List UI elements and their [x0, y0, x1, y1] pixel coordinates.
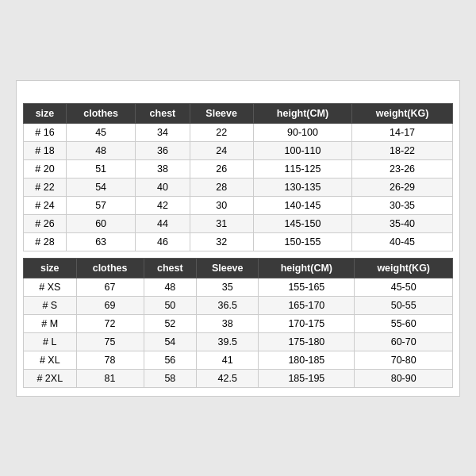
- table-cell: 63: [66, 232, 135, 251]
- column-header: size: [24, 103, 67, 123]
- table-row: # M725238170-17555-60: [24, 314, 453, 332]
- table-cell: 31: [190, 214, 253, 232]
- table-cell: 75: [76, 332, 144, 351]
- table-cell: 140-145: [253, 196, 351, 214]
- table-cell: 40: [136, 178, 190, 196]
- table-cell: 38: [197, 314, 259, 332]
- table-cell: 45-50: [355, 278, 453, 296]
- table-cell: # 20: [24, 159, 67, 178]
- table-cell: 40-45: [352, 232, 453, 251]
- table-cell: 36: [136, 141, 190, 159]
- table-cell: 28: [190, 178, 253, 196]
- column-header: clothes: [76, 258, 144, 278]
- table-cell: 58: [144, 369, 196, 387]
- table-cell: 90-100: [253, 123, 351, 141]
- table-cell: 42: [136, 196, 190, 214]
- table-cell: 60-70: [355, 332, 453, 351]
- size-chart-container: sizeclotheschestSleeveheight(CM)weight(K…: [16, 80, 460, 397]
- table-row: # L755439.5175-18060-70: [24, 332, 453, 351]
- column-header: chest: [136, 103, 190, 123]
- table-cell: 52: [144, 314, 196, 332]
- table-cell: # 22: [24, 178, 67, 196]
- table-cell: 50: [144, 296, 196, 314]
- table-row: # 20513826115-12523-26: [24, 159, 453, 178]
- table-cell: # 16: [24, 123, 67, 141]
- table-cell: 35-40: [352, 214, 453, 232]
- table-cell: 150-155: [253, 232, 351, 251]
- table-cell: 39.5: [197, 332, 259, 351]
- table-cell: 48: [66, 141, 135, 159]
- table-cell: # 2XL: [24, 369, 77, 387]
- table-cell: 180-185: [259, 351, 355, 369]
- table-cell: 51: [66, 159, 135, 178]
- table-cell: 165-170: [259, 296, 355, 314]
- table-cell: 100-110: [253, 141, 351, 159]
- table-cell: 155-165: [259, 278, 355, 296]
- table-cell: 175-180: [259, 332, 355, 351]
- table-cell: 145-150: [253, 214, 351, 232]
- column-header: height(CM): [259, 258, 355, 278]
- table-row: # 26604431145-15035-40: [24, 214, 453, 232]
- table-row: # S695036.5165-17050-55: [24, 296, 453, 314]
- table-cell: 26-29: [352, 178, 453, 196]
- table-cell: # 24: [24, 196, 67, 214]
- table-cell: 78: [76, 351, 144, 369]
- table-row: # 1645342290-10014-17: [24, 123, 453, 141]
- column-header: height(CM): [253, 103, 351, 123]
- table-cell: 57: [66, 196, 135, 214]
- table-cell: 23-26: [352, 159, 453, 178]
- table-cell: 170-175: [259, 314, 355, 332]
- table-cell: 48: [144, 278, 196, 296]
- table-cell: 56: [144, 351, 196, 369]
- column-header: weight(KG): [352, 103, 453, 123]
- column-header: Sleeve: [190, 103, 253, 123]
- table-cell: 32: [190, 232, 253, 251]
- table-row: # 2XL815842.5185-19580-90: [24, 369, 453, 387]
- table-cell: 46: [136, 232, 190, 251]
- table-cell: 45: [66, 123, 135, 141]
- table-cell: # 28: [24, 232, 67, 251]
- table-cell: 34: [136, 123, 190, 141]
- table-cell: 69: [76, 296, 144, 314]
- column-header: weight(KG): [355, 258, 453, 278]
- table-cell: # XS: [24, 278, 77, 296]
- column-header: clothes: [66, 103, 135, 123]
- table-row: # 24574230140-14530-35: [24, 196, 453, 214]
- table-cell: 41: [197, 351, 259, 369]
- column-header: size: [24, 258, 77, 278]
- table-cell: 42.5: [197, 369, 259, 387]
- table-cell: 38: [136, 159, 190, 178]
- table-cell: 60: [66, 214, 135, 232]
- table-row: # XL785641180-18570-80: [24, 351, 453, 369]
- table-cell: # L: [24, 332, 77, 351]
- table-cell: 44: [136, 214, 190, 232]
- table-cell: 50-55: [355, 296, 453, 314]
- table-cell: 72: [76, 314, 144, 332]
- table-cell: # XL: [24, 351, 77, 369]
- column-header: Sleeve: [197, 258, 259, 278]
- table-cell: 14-17: [352, 123, 453, 141]
- table-cell: 55-60: [355, 314, 453, 332]
- table-cell: 130-135: [253, 178, 351, 196]
- table-cell: 22: [190, 123, 253, 141]
- table-row: # 22544028130-13526-29: [24, 178, 453, 196]
- table-cell: 67: [76, 278, 144, 296]
- table-cell: 36.5: [197, 296, 259, 314]
- table-cell: # 26: [24, 214, 67, 232]
- table-cell: 70-80: [355, 351, 453, 369]
- size-table-1: sizeclotheschestSleeveheight(CM)weight(K…: [23, 103, 453, 251]
- table-row: # 18483624100-11018-22: [24, 141, 453, 159]
- table-row: # 28634632150-15540-45: [24, 232, 453, 251]
- size-table-2: sizeclotheschestSleeveheight(CM)weight(K…: [23, 258, 453, 388]
- table-cell: 35: [197, 278, 259, 296]
- table-cell: 80-90: [355, 369, 453, 387]
- table-cell: 18-22: [352, 141, 453, 159]
- table-cell: 81: [76, 369, 144, 387]
- table-cell: 185-195: [259, 369, 355, 387]
- table-cell: 30-35: [352, 196, 453, 214]
- table-row: # XS674835155-16545-50: [24, 278, 453, 296]
- table-cell: 24: [190, 141, 253, 159]
- table-cell: 26: [190, 159, 253, 178]
- table-cell: 115-125: [253, 159, 351, 178]
- table-cell: 30: [190, 196, 253, 214]
